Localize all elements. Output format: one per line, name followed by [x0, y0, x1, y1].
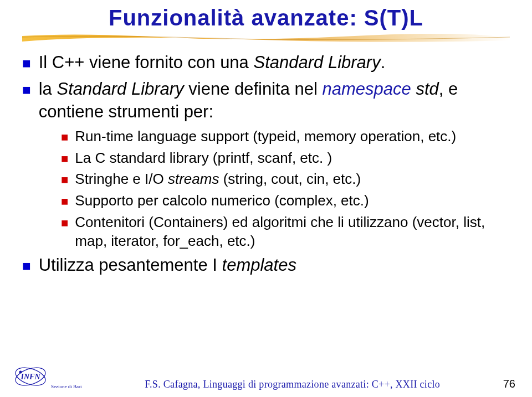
- text: Run-time language support (typeid, memor…: [75, 127, 456, 146]
- square-bullet-icon: ■: [61, 216, 68, 230]
- text: (string, cout, cin, etc.): [219, 171, 361, 187]
- text-namespace: namespace: [323, 79, 411, 99]
- text-italic: templates: [222, 255, 296, 275]
- bullet-level1: ■ Utilizza pesantemente I templates: [22, 254, 510, 276]
- footer-text: F.S. Cafagna, Linguaggi di programmazion…: [145, 379, 440, 390]
- bullet-level2: ■ Run-time language support (typeid, mem…: [61, 127, 510, 146]
- bullet-level1: ■ Il C++ viene fornito con una Standard …: [22, 51, 510, 74]
- text: .: [381, 53, 386, 72]
- text: Il C++ viene fornito con una: [39, 53, 254, 72]
- slide-footer: INFN Sezione di Bari F.S. Cafagna, Lingu…: [0, 363, 532, 390]
- bullet-level2: ■ Contenitori (Containers) ed algoritmi …: [61, 213, 510, 251]
- text-italic: streams: [168, 171, 219, 187]
- text: la: [39, 79, 57, 99]
- bullet-level1: ■ la Standard Library viene definita nel…: [22, 78, 510, 123]
- text-italic: std: [411, 79, 439, 99]
- title-divider: [22, 34, 510, 44]
- square-bullet-icon: ■: [22, 81, 31, 99]
- slide-title: Funzionalità avanzate: S(T)L: [0, 0, 532, 30]
- bullet-level2: ■ Supporto per calcolo numerico (complex…: [61, 192, 510, 210]
- text-italic: Standard Library: [57, 79, 183, 99]
- text: Contenitori (Containers) ed algoritmi ch…: [75, 213, 510, 251]
- square-bullet-icon: ■: [61, 194, 68, 209]
- infn-logo-icon: INFN: [11, 363, 50, 390]
- text: La C standard library (printf, scanf, et…: [75, 149, 332, 168]
- text: Utilizza pesantemente I: [39, 255, 222, 275]
- square-bullet-icon: ■: [22, 55, 31, 72]
- text: Supporto per calcolo numerico (complex, …: [75, 192, 369, 210]
- page-number: 76: [503, 378, 515, 390]
- text-italic: Standard Library: [253, 53, 380, 72]
- square-bullet-icon: ■: [61, 173, 68, 187]
- square-bullet-icon: ■: [22, 257, 31, 275]
- logo-container: INFN Sezione di Bari: [11, 363, 82, 390]
- text: Stringhe e I/O: [75, 171, 168, 187]
- square-bullet-icon: ■: [61, 130, 68, 145]
- slide-content: ■ Il C++ viene fornito con una Standard …: [0, 44, 532, 276]
- text: viene definita nel: [184, 79, 323, 99]
- bullet-level2: ■ La C standard library (printf, scanf, …: [61, 149, 510, 168]
- svg-text:INFN: INFN: [20, 373, 40, 381]
- logo-subtitle: Sezione di Bari: [51, 384, 82, 389]
- bullet-level2: ■ Stringhe e I/O streams (string, cout, …: [61, 170, 510, 189]
- square-bullet-icon: ■: [61, 152, 68, 166]
